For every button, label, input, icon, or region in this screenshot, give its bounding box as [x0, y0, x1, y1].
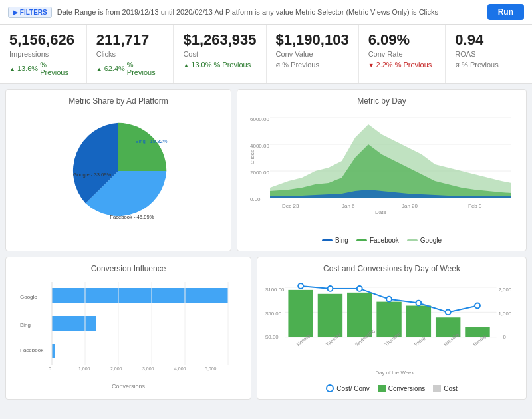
svg-text:Google: Google	[20, 294, 37, 300]
kpi-impressions-change: 13.6% % Previous	[9, 61, 77, 76]
area-chart-title: Metric by Day	[244, 96, 519, 106]
conv-influence-svg: Google Bing Facebook 0 1,000 2,000	[13, 279, 244, 372]
pie-label-google: Google - 33.69%	[73, 172, 112, 178]
conv-influence-title: Conversion Influence	[13, 264, 244, 273]
kpi-conv-value-label: Conv Value	[276, 50, 349, 58]
svg-text:Feb 3: Feb 3	[468, 203, 482, 209]
kpi-clicks: 211,717 Clicks 62.4% % Previous	[87, 25, 174, 83]
cost-conv-chart: $100.00 $50.00 $0.00 2,000 1,000 0	[264, 279, 519, 382]
cost-conv-svg: $100.00 $50.00 $0.00 2,000 1,000 0	[264, 279, 519, 377]
pie-chart-container: Bing - 19.32% Google - 33.69% Facebook -…	[13, 111, 224, 231]
legend-bing-color	[322, 239, 332, 241]
kpi-roas: 0.94 ROAS ø % Previous	[446, 25, 532, 83]
filters-description: Date Range is from 2019/12/13 until 2020…	[57, 8, 438, 16]
svg-text:Facebook: Facebook	[20, 347, 44, 353]
up-arrow-icon	[183, 61, 189, 69]
bar-google	[52, 288, 228, 303]
kpi-conv-value: $1,190,103 Conv Value ø % Previous	[267, 25, 359, 83]
legend-facebook-color	[356, 239, 367, 241]
svg-text:6000.00: 6000.00	[250, 116, 269, 122]
svg-text:4,000: 4,000	[174, 366, 186, 371]
pie-label-bing: Bing - 19.32%	[135, 138, 167, 144]
svg-text:...: ...	[223, 366, 227, 371]
svg-text:$0.00: $0.00	[265, 334, 279, 340]
kpi-roas-value: 0.94	[455, 31, 523, 49]
bar-facebook	[52, 344, 55, 358]
kpi-row: 5,156,626 Impressions 13.6% % Previous 2…	[0, 25, 532, 84]
filters-bar: ▶ FILTERS Date Range is from 2019/12/13 …	[0, 0, 532, 25]
kpi-clicks-label: Clicks	[96, 50, 164, 58]
kpi-conv-value-value: $1,190,103	[276, 31, 349, 49]
kpi-impressions: 5,156,626 Impressions 13.6% % Previous	[0, 25, 87, 83]
svg-text:3,000: 3,000	[142, 366, 154, 371]
legend-google-label: Google	[420, 237, 442, 244]
svg-text:$100.00: $100.00	[265, 287, 285, 293]
kpi-clicks-value: 211,717	[96, 31, 164, 49]
legend-cost: Cost	[433, 384, 458, 392]
bottom-row: Conversion Influence Google Bing Faceboo…	[0, 257, 532, 405]
svg-text:Dec 23: Dec 23	[282, 203, 299, 209]
bar-monday	[288, 290, 313, 337]
down-arrow-icon	[368, 61, 374, 69]
legend-google-color	[407, 239, 418, 241]
bar-friday	[406, 306, 431, 337]
filters-label: FILTERS	[20, 9, 47, 16]
svg-text:Bing: Bing	[20, 322, 31, 328]
pie-svg: Bing - 19.32% Google - 33.69% Facebook -…	[62, 114, 175, 227]
area-chart-container: 6000.00 4000.00 2000.00 0.00 Clicks Dec …	[244, 111, 519, 234]
up-arrow-icon	[96, 65, 102, 72]
filters-toggle[interactable]: ▶ FILTERS	[8, 7, 52, 18]
kpi-cost-label: Cost	[183, 50, 256, 58]
svg-text:0: 0	[49, 366, 51, 371]
svg-text:1,000: 1,000	[78, 366, 90, 371]
pie-label-facebook: Facebook - 46.99%	[110, 214, 154, 220]
dot-thursday	[386, 297, 392, 302]
legend-cost-conv-icon	[326, 384, 334, 392]
svg-text:1,000: 1,000	[498, 311, 511, 317]
svg-text:Jan 20: Jan 20	[402, 203, 418, 209]
kpi-cost-value: $1,263,935	[183, 31, 256, 49]
svg-text:Date: Date	[375, 210, 386, 214]
legend-conversions-icon	[378, 385, 386, 392]
conv-influence-x-label: Conversions	[13, 383, 244, 390]
svg-text:2000.00: 2000.00	[250, 170, 269, 176]
pie-chart-panel: Metric Share by Ad Platform Bing - 19.32…	[5, 89, 231, 251]
kpi-conv-rate: 6.09% Conv Rate 2.2% % Previous	[359, 25, 446, 83]
kpi-cost: $1,263,935 Cost 13.0% % Previous	[174, 25, 266, 83]
cost-conv-panel: Cost and Conversions by Day of Week $100…	[257, 257, 527, 400]
svg-text:2,000: 2,000	[110, 366, 122, 371]
svg-text:Jan 6: Jan 6	[342, 203, 355, 209]
charts-row-1: Metric Share by Ad Platform Bing - 19.32…	[0, 84, 532, 257]
area-chart-panel: Metric by Day 6000.00 4000.00 2000.00 0.…	[237, 89, 527, 251]
run-button[interactable]: Run	[487, 4, 524, 20]
legend-cost-conv: Cost/ Conv	[326, 384, 369, 392]
kpi-roas-label: ROAS	[455, 50, 523, 58]
dot-friday	[416, 301, 421, 306]
svg-text:0.00: 0.00	[250, 196, 261, 202]
cost-conv-legend: Cost/ Conv Conversions Cost	[264, 384, 519, 392]
legend-cost-icon	[433, 385, 441, 392]
legend-conversions: Conversions	[378, 384, 426, 392]
conv-influence-chart: Google Bing Facebook 0 1,000 2,000	[13, 279, 244, 382]
area-svg: 6000.00 4000.00 2000.00 0.00 Clicks Dec …	[244, 111, 519, 214]
dot-sunday	[475, 303, 480, 309]
legend-google: Google	[407, 237, 442, 244]
kpi-cost-change: 13.0% % Previous	[183, 61, 256, 69]
bar-wednesday	[347, 293, 372, 337]
legend-conversions-label: Conversions	[388, 385, 426, 392]
pie-slice-facebook	[118, 123, 166, 171]
svg-text:5,000: 5,000	[205, 366, 217, 371]
svg-text:4000.00: 4000.00	[250, 143, 269, 149]
kpi-conv-rate-change: 2.2% % Previous	[368, 61, 436, 69]
bar-bing	[52, 316, 96, 331]
legend-bing: Bing	[322, 237, 348, 244]
dot-monday	[298, 283, 303, 289]
kpi-roas-change: ø % Previous	[455, 61, 523, 69]
area-chart-legend: Bing Facebook Google	[244, 237, 519, 244]
pie-chart-title: Metric Share by Ad Platform	[13, 96, 224, 106]
legend-cost-conv-label: Cost/ Conv	[336, 385, 369, 392]
dot-tuesday	[328, 286, 333, 291]
conv-influence-panel: Conversion Influence Google Bing Faceboo…	[5, 257, 251, 400]
dot-saturday	[446, 309, 451, 315]
legend-facebook: Facebook	[356, 237, 399, 244]
